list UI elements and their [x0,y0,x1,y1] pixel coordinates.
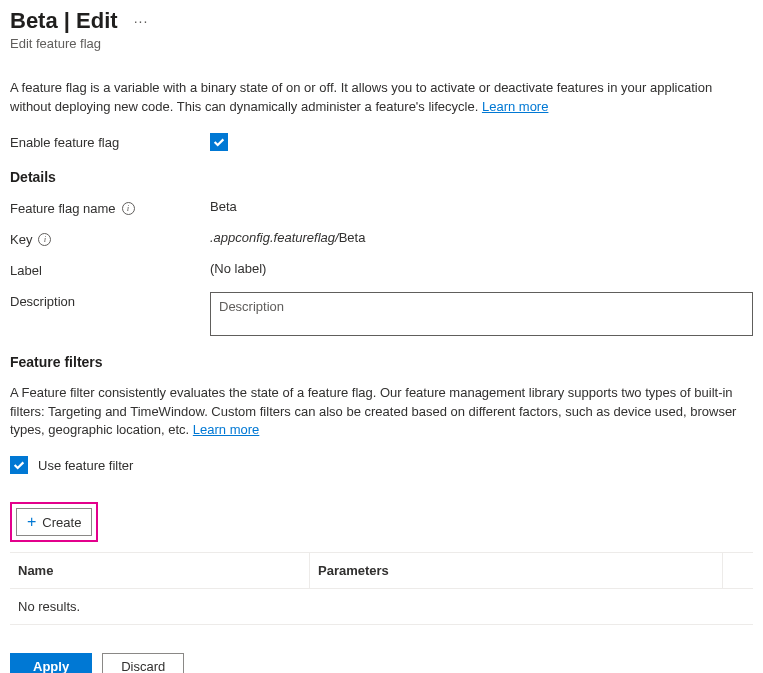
use-filter-label: Use feature filter [38,458,133,473]
description-label: Description [10,292,210,309]
flag-name-label: Feature flag name [10,201,116,216]
plus-icon: + [27,514,36,530]
key-label: Key [10,232,32,247]
page-title: Beta | Edit [10,8,118,34]
check-icon [212,135,226,149]
filters-table: Name Parameters No results. [10,552,753,625]
create-filter-button[interactable]: + Create [16,508,92,536]
filters-intro: A Feature filter consistently evaluates … [10,384,753,441]
key-value: .appconfig.featureflag/Beta [210,230,753,245]
create-label: Create [42,515,81,530]
info-icon[interactable]: i [122,202,135,215]
intro-text: A feature flag is a variable with a bina… [10,79,753,117]
discard-button[interactable]: Discard [102,653,184,673]
col-params-header[interactable]: Parameters [310,553,723,588]
filters-heading: Feature filters [10,354,753,370]
apply-button[interactable]: Apply [10,653,92,673]
key-prefix: .appconfig.featureflag/ [210,230,339,245]
key-suffix: Beta [339,230,366,245]
learn-more-link[interactable]: Learn more [482,99,548,114]
details-heading: Details [10,169,753,185]
col-actions-header [723,553,753,588]
info-icon[interactable]: i [38,233,51,246]
check-icon [12,458,26,472]
intro-text-body: A feature flag is a variable with a bina… [10,80,712,114]
more-actions-button[interactable]: ··· [130,11,153,31]
create-button-highlight: + Create [10,502,98,542]
col-name-header[interactable]: Name [10,553,310,588]
label-label: Label [10,261,210,278]
label-value: (No label) [210,261,753,276]
enable-flag-checkbox[interactable] [210,133,228,151]
page-subtitle: Edit feature flag [10,36,753,51]
flag-name-value: Beta [210,199,753,214]
filters-intro-body: A Feature filter consistently evaluates … [10,385,736,438]
table-header: Name Parameters [10,553,753,589]
description-input[interactable] [210,292,753,336]
enable-flag-label: Enable feature flag [10,133,210,150]
use-filter-checkbox[interactable] [10,456,28,474]
filters-learn-more-link[interactable]: Learn more [193,422,259,437]
table-empty-row: No results. [10,589,753,625]
